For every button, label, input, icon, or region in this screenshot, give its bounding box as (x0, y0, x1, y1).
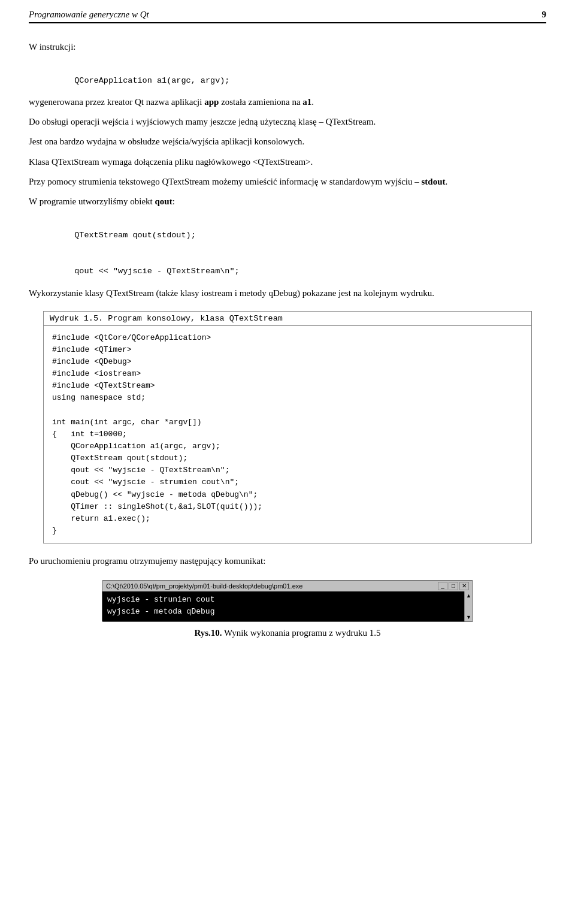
para5-start: Przy pomocy strumienia tekstowego QTextS… (29, 177, 421, 186)
terminal-minimize-btn[interactable]: _ (438, 582, 447, 590)
para1-bold2: a1 (302, 97, 311, 107)
para1-start: wygenerowana przez kreator Qt nazwa apli… (29, 97, 204, 107)
code-line-2: qout << "wyjscie - QTextStream\n"; (74, 267, 239, 276)
terminal-line2: wyjscie - metoda qDebug (107, 607, 214, 616)
intro-text: W instrukcji: (29, 42, 75, 52)
terminal-content-area: wyjscie - strunien cout wyjscie - metoda… (102, 591, 473, 621)
scrollbar-up-icon: ▲ (466, 593, 471, 599)
terminal-controls: _ □ ✕ (438, 582, 469, 590)
listing-header: Wydruk 1.5. Program konsolowy, klasa QTe… (44, 312, 531, 326)
figure-caption-text: Wynik wykonania programu z wydruku 1.5 (222, 628, 381, 638)
figure-caption-bold: Rys.10. (194, 628, 222, 638)
code-block-qout: QTextStream qout(stdout); qout << "wyjsc… (65, 217, 546, 277)
terminal-window: C:\Qt\2010.05\qt/pm_projekty/pm01-build-… (102, 580, 473, 622)
code-inline-block: QCoreApplication a1(argc, argv); (65, 62, 546, 87)
para5-end: . (445, 177, 447, 186)
terminal-output: wyjscie - strunien cout wyjscie - metoda… (107, 594, 459, 617)
terminal-title: C:\Qt\2010.05\qt/pm_projekty/pm01-build-… (106, 582, 438, 590)
paragraph-5: Przy pomocy strumienia tekstowego QTextS… (29, 175, 546, 189)
paragraph-2: Do obsługi operacji wejścia i wyjściowyc… (29, 115, 546, 129)
para6-bold: qout (155, 197, 172, 206)
code-line-1: QTextStream qout(stdout); (74, 231, 196, 240)
terminal-titlebar: C:\Qt\2010.05\qt/pm_projekty/pm01-build-… (102, 581, 473, 591)
page-number: 9 (542, 10, 547, 20)
page-header: Programowanie generyczne w Qt 9 (29, 0, 546, 23)
paragraph-6: W programie utworzyliśmy obiekt qout: (29, 195, 546, 209)
para6-start: W programie utworzyliśmy obiekt (29, 197, 155, 206)
code-listing: Wydruk 1.5. Program konsolowy, klasa QTe… (43, 311, 532, 543)
terminal-scrollbar[interactable]: ▲ ▼ (464, 591, 473, 621)
page-title: Programowanie generyczne w Qt (29, 10, 149, 20)
para1-period: . (311, 97, 314, 107)
terminal-body: wyjscie - strunien cout wyjscie - metoda… (102, 591, 464, 621)
para6-end: : (172, 197, 175, 206)
listing-body: #include <QtCore/QCoreApplication> #incl… (44, 326, 531, 543)
terminal-close-btn[interactable]: ✕ (459, 582, 469, 590)
code-inline-1: QCoreApplication a1(argc, argv); (74, 76, 229, 85)
paragraph-4: Klasa QTextStream wymaga dołączenia plik… (29, 155, 546, 169)
paragraph-7: Wykorzystanie klasy QTextStream (także k… (29, 286, 546, 300)
para1-end: została zamieniona na (219, 97, 302, 107)
para1-bold: app (204, 97, 219, 107)
paragraph-3: Jest ona bardzo wydajna w obsłudze wejśc… (29, 135, 546, 149)
figure-caption: Rys.10. Wynik wykonania programu z wydru… (29, 628, 546, 638)
terminal-maximize-btn[interactable]: □ (449, 582, 458, 590)
para5-bold: stdout (421, 177, 445, 186)
paragraph-8: Po uruchomieniu programu otrzymujemy nas… (29, 554, 546, 568)
paragraph-1: wygenerowana przez kreator Qt nazwa apli… (29, 95, 546, 109)
intro-label: W instrukcji: (29, 40, 546, 54)
scrollbar-down-icon: ▼ (466, 614, 471, 620)
terminal-line1: wyjscie - strunien cout (107, 595, 214, 604)
